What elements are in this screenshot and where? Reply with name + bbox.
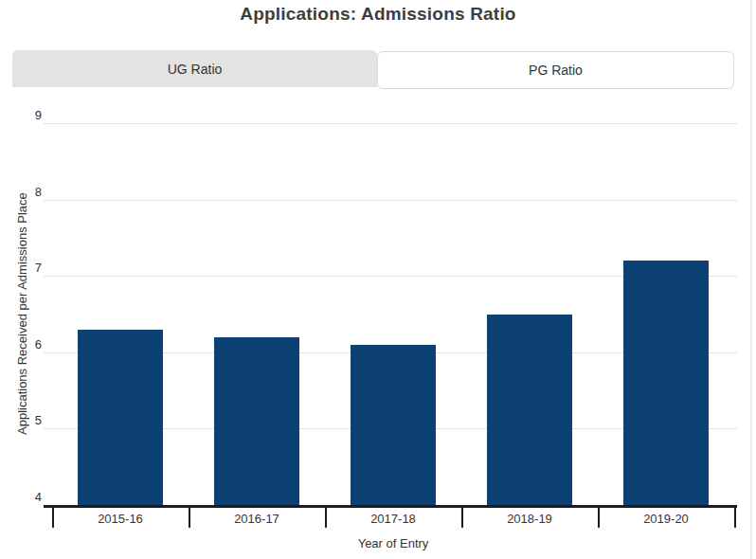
x-tick-label: 2015-16 bbox=[52, 512, 189, 526]
y-tick-label: 8 bbox=[13, 186, 42, 198]
x-tick bbox=[461, 508, 463, 528]
y-tick-label: 4 bbox=[13, 491, 42, 503]
y-tick-label: 7 bbox=[13, 261, 42, 274]
x-axis-title: Year of Entry bbox=[52, 536, 734, 550]
bar-2016-17[interactable] bbox=[214, 337, 299, 505]
bar-2017-18[interactable] bbox=[351, 345, 436, 505]
y-tick-label: 9 bbox=[13, 109, 42, 121]
x-tick-label: 2019-20 bbox=[598, 512, 734, 526]
gridline bbox=[44, 123, 737, 124]
y-tick-label: 5 bbox=[13, 414, 42, 426]
right-border bbox=[750, 0, 752, 559]
x-tick-label: 2017-18 bbox=[325, 512, 461, 526]
x-tick bbox=[325, 508, 327, 528]
x-tick bbox=[189, 508, 190, 528]
bar-2019-20[interactable] bbox=[623, 261, 709, 505]
y-tick-label: 6 bbox=[13, 338, 42, 351]
x-tick bbox=[734, 508, 736, 528]
x-tick bbox=[598, 508, 600, 528]
x-tick-label: 2018-19 bbox=[461, 512, 598, 526]
x-tick bbox=[52, 508, 54, 528]
gridline bbox=[44, 200, 737, 201]
plot-area: 4567892015-162016-172017-182018-192019-2… bbox=[0, 0, 756, 559]
bar-2015-16[interactable] bbox=[78, 330, 163, 505]
bar-2018-19[interactable] bbox=[487, 315, 572, 506]
x-tick-label: 2016-17 bbox=[189, 512, 325, 526]
x-axis-line bbox=[44, 505, 737, 508]
